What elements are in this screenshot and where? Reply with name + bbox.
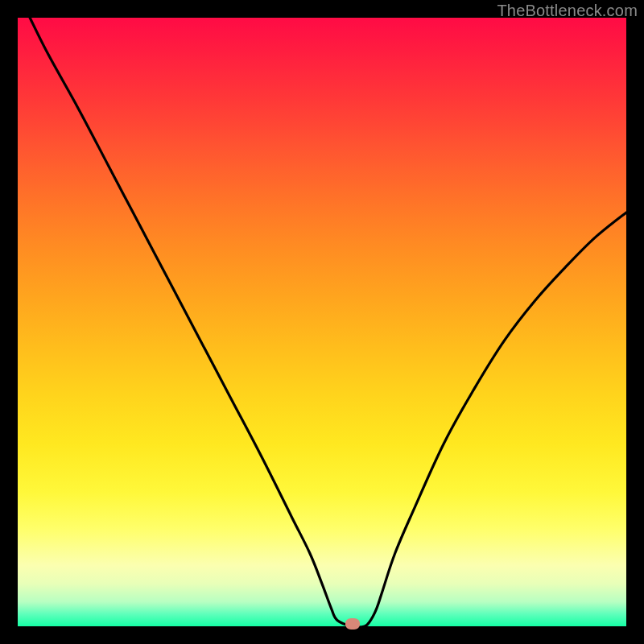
minimum-marker: [345, 618, 360, 630]
chart-frame: TheBottleneck.com: [0, 0, 644, 644]
bottleneck-curve: [30, 18, 626, 627]
curve-svg: [18, 18, 626, 626]
plot-area: [18, 18, 626, 626]
watermark-text: TheBottleneck.com: [497, 2, 638, 20]
